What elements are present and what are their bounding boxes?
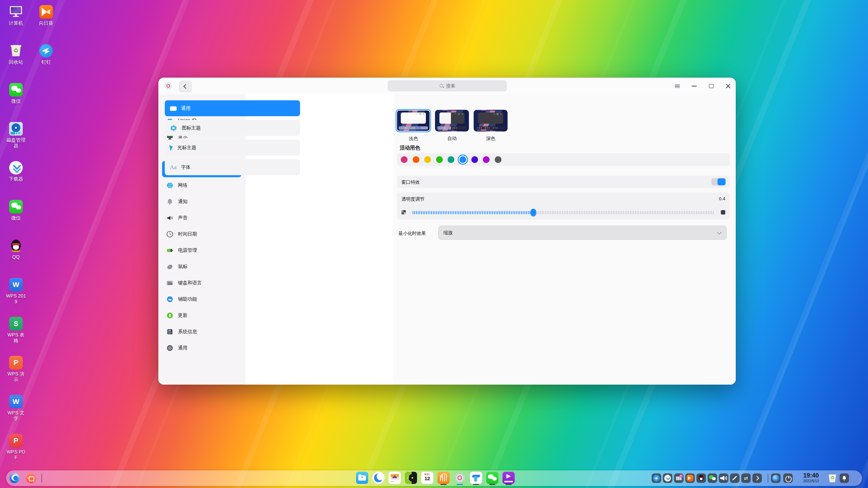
- taskbar-app-app-store[interactable]: [437, 472, 450, 484]
- theme-preview-dock: [476, 126, 505, 129]
- close-button[interactable]: [723, 81, 733, 91]
- speaker-icon: [166, 214, 174, 222]
- multitasking-view-button[interactable]: [26, 473, 36, 483]
- sidebar-item-datetime[interactable]: 时间日期: [162, 226, 241, 242]
- sidebar-item-keyboard-language[interactable]: 键盘和语言: [162, 275, 241, 291]
- desktop-icon-wechat-2[interactable]: 微信: [6, 200, 26, 221]
- accent-swatch-green[interactable]: [436, 156, 443, 163]
- search-icon: [439, 84, 444, 88]
- tray-network-sync[interactable]: ⇄: [741, 473, 751, 483]
- desktop-icon-qq[interactable]: QQ: [6, 239, 26, 260]
- maximize-button[interactable]: [706, 81, 717, 91]
- sidebar-item-accessibility[interactable]: 辅助功能: [162, 291, 241, 307]
- taskbar-app-browser[interactable]: [372, 472, 384, 484]
- accent-swatch-blue-selected[interactable]: [459, 156, 466, 163]
- taskbar-app-music[interactable]: ♪: [405, 472, 417, 484]
- dingtalk-icon: [39, 44, 53, 58]
- search-input[interactable]: 搜索: [388, 80, 507, 92]
- accent-swatch-indigo[interactable]: [471, 156, 478, 163]
- slider-thumb[interactable]: [531, 209, 536, 216]
- sidebar-item-update[interactable]: 更新: [162, 307, 241, 324]
- tray-input-method[interactable]: [674, 473, 684, 483]
- search-placeholder: 搜索: [446, 83, 455, 89]
- taskbar-app-control-center[interactable]: [454, 472, 466, 484]
- submenu-item-font[interactable]: Aa 字体: [165, 159, 300, 175]
- desktop-icon-label: WPS 演示: [6, 371, 26, 383]
- accent-swatch-yellow[interactable]: [424, 156, 431, 163]
- sidebar-item-sound[interactable]: 声音: [162, 210, 241, 226]
- sidebar-item-power[interactable]: 电源管理: [162, 242, 241, 259]
- desktop-icon-wps-presentation[interactable]: P WPS 演示: [6, 356, 26, 383]
- window-effect-label: 窗口特效: [401, 179, 420, 185]
- tray-dingtalk[interactable]: [652, 473, 661, 483]
- cursor-icon: [169, 144, 174, 151]
- tray-qq[interactable]: [696, 473, 706, 483]
- minimize-effect-label: 最小化时效果: [398, 230, 426, 237]
- desktop-icon-wechat[interactable]: 微信: [6, 83, 26, 104]
- launcher-button[interactable]: [9, 473, 20, 483]
- sidebar-item-system-info[interactable]: 系统信息: [162, 324, 241, 340]
- desktop-icon-wps-pdf[interactable]: P WPS PDF: [6, 434, 26, 461]
- taskbar-app-wechat[interactable]: [486, 472, 498, 484]
- window-menu-button[interactable]: [672, 81, 683, 91]
- tray-display-sphere[interactable]: [771, 473, 781, 483]
- sidebar-item-network[interactable]: 网络: [162, 177, 241, 194]
- sidebar-item-mouse[interactable]: 鼠标: [162, 259, 241, 275]
- minimize-button[interactable]: [689, 81, 699, 91]
- taskbar-app-calendar[interactable]: MAY 12: [421, 472, 433, 484]
- desktop-icon-label: WPS 表格: [6, 332, 26, 344]
- tray-downloader[interactable]: [663, 473, 672, 483]
- theme-option-dark[interactable]: [474, 110, 508, 131]
- desktop-icon-sunlogin[interactable]: 向日葵: [36, 5, 56, 26]
- accent-swatch-gray[interactable]: [495, 156, 501, 163]
- theme-option-light[interactable]: [396, 110, 430, 131]
- taskbar-app-todesk[interactable]: [470, 472, 482, 484]
- computer-icon: [9, 5, 23, 19]
- tray-trash[interactable]: ♻: [828, 473, 837, 483]
- submenu-item-cursor-theme[interactable]: 光标主题: [165, 140, 300, 156]
- submenu-item-general[interactable]: 通用: [165, 100, 300, 116]
- theme-option-auto[interactable]: [435, 110, 469, 131]
- tray-volume[interactable]: [719, 473, 728, 483]
- window-titlebar[interactable]: 搜索: [158, 78, 736, 94]
- desktop-icon-disk-manager[interactable]: 磁盘管理器: [6, 122, 26, 149]
- taskbar-app-movie-player[interactable]: ▶: [502, 472, 515, 484]
- accent-swatch-pink[interactable]: [401, 156, 408, 163]
- desktop-icon-wps2019[interactable]: W WPS 2019: [6, 278, 26, 305]
- theme-preview-window: [478, 113, 503, 124]
- accent-heading: 活动用色: [400, 145, 420, 151]
- control-center-window: 主题: [158, 78, 736, 385]
- desktop-icon-downloader[interactable]: 下载器: [6, 161, 26, 182]
- back-button[interactable]: [179, 81, 192, 92]
- volume-icon: [720, 475, 727, 481]
- taskbar-app-image-viewer[interactable]: [389, 472, 401, 484]
- tray-wechat[interactable]: [708, 473, 717, 483]
- desktop-icon-trash[interactable]: ♻ 回收站: [6, 44, 26, 65]
- accent-swatch-orange[interactable]: [413, 156, 419, 163]
- tray-sunlogin[interactable]: [685, 473, 695, 483]
- slider-track[interactable]: [413, 211, 714, 214]
- taskbar-app-file-manager[interactable]: [356, 472, 368, 484]
- minimize-effect-dropdown[interactable]: 缩放: [438, 226, 727, 240]
- wps-2019-icon: W: [9, 278, 23, 291]
- tray-expand[interactable]: [752, 473, 762, 483]
- wps-pdf-icon: P: [9, 434, 23, 447]
- tray-screen-pen[interactable]: [730, 473, 739, 483]
- desktop-icon-dingtalk[interactable]: 钉钉: [36, 44, 56, 65]
- taskbar-clock[interactable]: 19:40 2022/5/12: [795, 472, 827, 483]
- sidebar-item-general[interactable]: 通用: [162, 340, 241, 356]
- wechat-icon: [9, 83, 23, 97]
- tray-notifications[interactable]: [840, 473, 849, 483]
- window-effect-toggle[interactable]: [711, 178, 726, 185]
- sphere-icon: [772, 475, 779, 482]
- desktop-icon-wps-sheets[interactable]: S WPS 表格: [6, 317, 26, 344]
- sidebar-item-notifications[interactable]: 通知: [162, 194, 241, 210]
- transparency-slider[interactable]: [413, 209, 714, 216]
- slider-fill: [413, 211, 533, 214]
- desktop-icon-computer[interactable]: 计算机: [6, 5, 26, 26]
- submenu-item-icon-theme[interactable]: 图标主题: [165, 120, 300, 136]
- desktop-icon-wps-writer[interactable]: W WPS 文字: [6, 395, 26, 422]
- accent-swatch-violet[interactable]: [483, 156, 490, 163]
- accent-swatch-teal[interactable]: [448, 156, 454, 163]
- tray-shutdown[interactable]: [783, 473, 793, 483]
